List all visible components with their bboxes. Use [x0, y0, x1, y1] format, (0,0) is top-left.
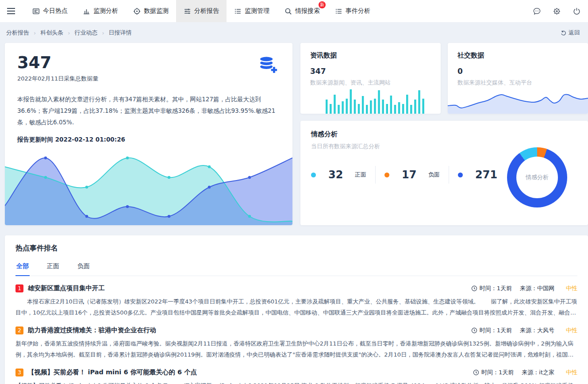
nav-item-analysis-report[interactable]: 分析报告 — [176, 0, 227, 22]
nav-item-label: 监测管理 — [245, 7, 269, 15]
list-item: 3 【视频】买前必看！ iPad mini 6 你可能最关心的 6 个点 时间：… — [15, 368, 577, 384]
nav-item-label: 数据监测 — [144, 7, 169, 15]
source-label: 来源： — [520, 285, 537, 292]
positive-count: 32 — [328, 169, 343, 181]
tab-all[interactable]: 全部 — [15, 260, 30, 276]
chevron-right-icon: › — [102, 30, 104, 36]
source-value: 中国网 — [537, 285, 554, 292]
message-icon[interactable] — [533, 7, 541, 15]
event-meta: 时间：1天前 来源：大风号 中性 — [471, 326, 577, 334]
time-value: 1天前 — [497, 326, 512, 334]
top-navbar: 今日热点 监测分析 数据监测 分析报告 监测管理 情报搜索 新 事件分析 — [0, 0, 588, 22]
nav-item-intel-search[interactable]: 情报搜索 新 — [277, 0, 327, 22]
event-title[interactable]: 【视频】买前必看！ iPad mini 6 你可能最关心的 6 个点 — [28, 368, 197, 376]
breadcrumb-item[interactable]: 科创头条 — [40, 29, 63, 37]
power-icon[interactable] — [573, 7, 581, 15]
stat-positive: 32 正面 — [311, 166, 376, 184]
summary-card: 347 2022年02月11日采集总数据量 本报告就加入素材的文章进行分析，共有… — [5, 43, 292, 225]
time-value: 1天前 — [497, 284, 512, 292]
event-summary: 【视频】买前必看！ iPad mini 6 你可能最关心的 6 个点 Tags：… — [15, 380, 577, 384]
neutral-dot-icon — [458, 173, 463, 177]
social-data-card: 社交数据 0 数据来源社交媒体、互动平台 — [448, 43, 588, 114]
clock-icon — [471, 285, 477, 292]
event-meta: 时间：1天前 来源：中国网 中性 — [471, 284, 577, 292]
nav-item-monitor-manage[interactable]: 监测管理 — [227, 0, 277, 22]
event-title[interactable]: 助力香港渡过疫情难关：驻港中资企业在行动 — [28, 326, 156, 334]
target-icon — [133, 8, 141, 15]
breadcrumb-item[interactable]: 行业动态 — [74, 29, 97, 37]
breadcrumb: 分析报告 › 科创头条 › 行业动态 › 日报详情 返回 — [0, 22, 588, 43]
event-meta: 时间：1天前 来源：it之家 中性 — [473, 369, 577, 376]
tab-positive[interactable]: 正面 — [46, 260, 60, 276]
nav-item-monitor-analysis[interactable]: 监测分析 — [75, 0, 126, 22]
news-icon — [32, 8, 40, 15]
nav-item-label: 事件分析 — [346, 7, 370, 15]
gear-icon[interactable] — [553, 7, 561, 15]
negative-count: 17 — [402, 169, 417, 181]
bar-chart-icon — [83, 8, 90, 15]
rank-badge: 3 — [15, 369, 23, 376]
sentiment-tag: 中性 — [566, 284, 577, 292]
event-title[interactable]: 雄安新区重点项目集中开工 — [28, 284, 105, 292]
update-label: 报告更新时间 — [17, 136, 53, 143]
new-badge: 新 — [319, 1, 326, 8]
source-value: it之家 — [539, 369, 554, 376]
nav-item-label: 今日热点 — [43, 7, 68, 15]
tab-negative[interactable]: 负面 — [77, 260, 91, 276]
nav-item-label: 分析报告 — [194, 7, 219, 15]
breadcrumb-item-current: 日报详情 — [109, 29, 132, 37]
source-label: 来源： — [522, 369, 539, 376]
sentiment-tag: 中性 — [566, 369, 577, 376]
sentiment-stats: 32 正面 17 负面 271 中性 — [311, 166, 538, 184]
update-value: 2022-02-12 01:00:26 — [55, 136, 125, 143]
event-summary: 本报石家庄2月10日讯（记者陈发明）雄安新区2022年一季度43个项目日前集中开… — [15, 296, 577, 318]
sentiment-title: 情感分析 — [311, 130, 577, 138]
social-line-chart — [448, 83, 588, 114]
nav-item-event-analysis[interactable]: 事件分析 — [327, 0, 378, 22]
hot-events-title: 热点事件排名 — [15, 244, 577, 253]
news-bar-chart — [300, 88, 441, 114]
time-label: 时间： — [481, 369, 499, 376]
total-count-subtitle: 2022年02月11日采集总数据量 — [17, 75, 280, 83]
social-card-value: 0 — [457, 67, 578, 76]
breadcrumb-item[interactable]: 分析报告 — [6, 29, 29, 37]
news-card-subtitle: 数据来源新闻、资讯、主流网站 — [310, 79, 431, 87]
nav-item-hot-today[interactable]: 今日热点 — [25, 0, 75, 22]
chevron-right-icon: › — [68, 30, 70, 36]
sentiment-donut-chart: 情感分析 — [507, 147, 567, 207]
nav-item-data-monitor[interactable]: 数据监测 — [126, 0, 176, 22]
back-label: 返回 — [569, 29, 580, 37]
database-add-icon — [257, 54, 279, 76]
social-card-title: 社交数据 — [457, 51, 578, 60]
hot-events-tabs: 全部 正面 负面 — [15, 260, 577, 276]
hot-events-card: 热点事件排名 全部 正面 负面 1 雄安新区重点项目集中开工 时间：1天前 来源… — [5, 235, 588, 384]
return-icon — [561, 30, 566, 36]
clock-icon — [473, 369, 479, 376]
chevron-right-icon: › — [34, 30, 36, 36]
summary-description: 本报告就加入素材的文章进行分析，共有347篇相关素材。其中，网站127篇，占比最… — [17, 93, 281, 128]
sentiment-tag: 中性 — [566, 326, 577, 334]
report-icon — [184, 8, 191, 15]
total-count: 347 — [17, 54, 280, 73]
time-label: 时间： — [480, 284, 497, 292]
stat-negative: 17 负面 — [384, 166, 449, 184]
main-content: 347 2022年02月11日采集总数据量 本报告就加入素材的文章进行分析，共有… — [0, 43, 588, 384]
back-button[interactable]: 返回 — [561, 29, 580, 37]
list-icon — [335, 8, 342, 15]
nav-item-label: 情报搜索 — [295, 7, 320, 15]
positive-label: 正面 — [355, 171, 366, 179]
news-data-card: 资讯数据 347 数据来源新闻、资讯、主流网站 — [300, 43, 441, 114]
event-summary: 新年伊始，香港第五波疫情持续升温，港府面临严峻考验。据央视新闻2月11日报道，香… — [15, 338, 577, 360]
rank-badge: 1 — [15, 284, 23, 292]
clock-icon — [471, 327, 477, 334]
menu-toggle-icon[interactable] — [4, 0, 19, 22]
report-update-time: 报告更新时间 2022-02-12 01:00:26 — [17, 136, 280, 144]
negative-dot-icon — [384, 173, 389, 177]
time-label: 时间： — [480, 326, 497, 334]
list-item: 2 助力香港渡过疫情难关：驻港中资企业在行动 时间：1天前 来源：大风号 中性 … — [15, 326, 577, 360]
nav-item-label: 监测分析 — [93, 7, 118, 15]
time-value: 1天前 — [499, 369, 514, 376]
list-item: 1 雄安新区重点项目集中开工 时间：1天前 来源：中国网 中性 本报石家庄2月1… — [15, 284, 577, 318]
news-card-value: 347 — [310, 67, 431, 76]
sentiment-card: 情感分析 当日所有数据来源汇总分析 32 正面 17 负面 — [300, 121, 588, 225]
